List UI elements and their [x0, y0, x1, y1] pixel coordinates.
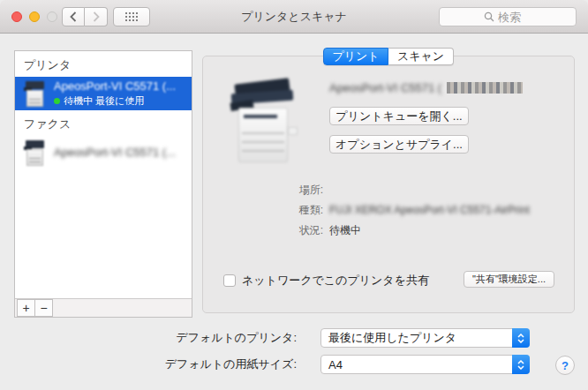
printer-detail-panel: プリント スキャン ApeosPort-VI C5571 ( プリントキューを開… [202, 56, 575, 313]
chevron-left-icon [70, 11, 77, 22]
titlebar: プリンタとスキャナ [0, 0, 588, 34]
default-printer-popup[interactable]: 最後に使用したプリンタ [320, 328, 530, 348]
fax-section-header: ファクス [15, 110, 192, 136]
zoom-button-disabled [47, 11, 57, 22]
show-all-button[interactable] [113, 7, 150, 26]
grid-icon [125, 12, 138, 21]
status-dot-icon [54, 98, 60, 104]
fax-name: ApeosPort-VI C5571 (... [54, 146, 176, 161]
location-label: 場所: [203, 184, 323, 196]
status-label: 状況: [203, 224, 323, 236]
kind-value: FUJI XEROX ApeosPort-VI C5571-AirPrint [329, 204, 530, 216]
popup-arrows-icon [512, 328, 530, 348]
search-field[interactable] [439, 7, 577, 26]
list-footer-bar: + − [15, 298, 192, 317]
help-button[interactable]: ? [555, 356, 575, 375]
info-row-kind: 種類: FUJI XEROX ApeosPort-VI C5571-AirPri… [203, 204, 560, 216]
tab-scan[interactable]: スキャン [388, 48, 454, 65]
printer-status-text: 待機中 最後に使用 [64, 94, 144, 107]
default-paper-size-value: A4 [321, 358, 512, 371]
default-printer-value: 最後に使用したプリンタ [321, 330, 512, 346]
options-supplies-button[interactable]: オプションとサプライ... [329, 135, 469, 154]
printer-title-text: ApeosPort-VI C5571 ( [329, 81, 441, 94]
share-printer-row: ネットワークでこのプリンタを共有 [223, 273, 429, 289]
printer-title: ApeosPort-VI C5571 ( [329, 81, 523, 94]
traffic-lights [11, 11, 57, 22]
default-printer-label: デフォルトのプリンタ: [0, 328, 297, 348]
window-title: プリンタとスキャナ [159, 0, 429, 34]
search-input[interactable] [498, 11, 531, 24]
close-button[interactable] [11, 11, 22, 22]
info-row-location: 場所: [203, 184, 560, 196]
forward-button-disabled [85, 7, 108, 26]
back-button[interactable] [62, 7, 85, 26]
nav-buttons [62, 7, 108, 26]
status-value: 待機中 [329, 224, 361, 236]
minimize-button[interactable] [29, 11, 40, 22]
share-printer-label: ネットワークでこのプリンタを共有 [242, 273, 429, 289]
printers-scanners-window: プリンタとスキャナ プリンタ ApeosPort-VI C5571 (... 待… [0, 0, 588, 390]
redacted-serial [447, 82, 523, 94]
default-paper-size-popup[interactable]: A4 [320, 355, 530, 374]
default-paper-size-label: デフォルトの用紙サイズ: [0, 355, 297, 374]
printer-photo [230, 78, 298, 169]
fax-thumbnail-icon [24, 139, 47, 167]
printer-name: ApeosPort-VI C5571 (... [54, 79, 176, 94]
search-icon [484, 11, 494, 22]
tab-print[interactable]: プリント [323, 48, 388, 65]
printers-section-header: プリンタ [15, 51, 192, 77]
printer-status: 待機中 最後に使用 [54, 94, 176, 107]
share-printer-checkbox[interactable] [223, 274, 236, 287]
sharing-preferences-button[interactable]: "共有"環境設定... [464, 271, 554, 288]
add-printer-button[interactable]: + [17, 299, 35, 317]
info-row-status: 状況: 待機中 [203, 224, 560, 236]
kind-label: 種類: [203, 204, 323, 216]
popup-arrows-icon [512, 355, 530, 374]
open-print-queue-button[interactable]: プリントキューを開く... [329, 107, 469, 125]
print-scan-tabs: プリント スキャン [323, 48, 454, 65]
printer-thumbnail-icon [24, 80, 47, 108]
printer-info: 場所: 種類: FUJI XEROX ApeosPort-VI C5571-Ai… [203, 184, 560, 236]
remove-printer-button[interactable]: − [34, 299, 53, 317]
device-list: プリンタ ApeosPort-VI C5571 (... 待機中 最後に使用 フ… [14, 50, 192, 318]
fax-list-item[interactable]: ApeosPort-VI C5571 (... [15, 136, 192, 169]
printer-list-item[interactable]: ApeosPort-VI C5571 (... 待機中 最後に使用 [15, 77, 192, 110]
chevron-right-icon [93, 11, 100, 22]
